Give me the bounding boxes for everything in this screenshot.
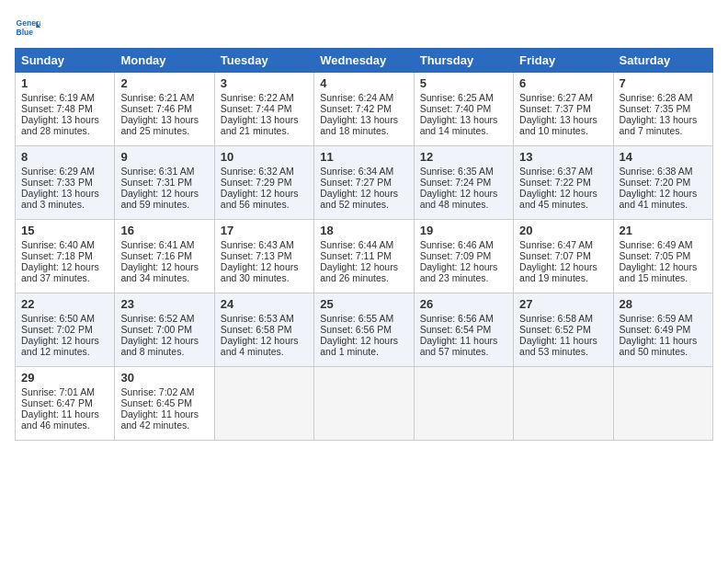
day-info: Sunrise: 6:58 AMSunset: 6:52 PMDaylight:… (519, 313, 597, 357)
calendar-cell: 15Sunrise: 6:40 AMSunset: 7:18 PMDayligh… (16, 220, 115, 293)
logo-icon: General Blue (15, 15, 40, 40)
calendar-cell: 12Sunrise: 6:35 AMSunset: 7:24 PMDayligh… (414, 146, 513, 220)
day-number: 9 (120, 150, 208, 164)
calendar-cell: 10Sunrise: 6:32 AMSunset: 7:29 PMDayligh… (214, 146, 313, 220)
day-number: 8 (21, 150, 108, 164)
calendar-cell: 8Sunrise: 6:29 AMSunset: 7:33 PMDaylight… (16, 146, 115, 220)
day-number: 23 (120, 297, 208, 311)
calendar-table: SundayMondayTuesdayWednesdayThursdayFrid… (15, 48, 713, 441)
day-info: Sunrise: 6:49 AMSunset: 7:05 PMDaylight:… (620, 239, 698, 283)
calendar-cell: 16Sunrise: 6:41 AMSunset: 7:16 PMDayligh… (115, 220, 214, 293)
calendar-cell: 24Sunrise: 6:53 AMSunset: 6:58 PMDayligh… (214, 293, 313, 367)
day-info: Sunrise: 6:41 AMSunset: 7:16 PMDaylight:… (120, 239, 199, 283)
calendar-cell: 2Sunrise: 6:21 AMSunset: 7:46 PMDaylight… (115, 73, 214, 146)
calendar-cell: 13Sunrise: 6:37 AMSunset: 7:22 PMDayligh… (514, 146, 613, 220)
calendar-week-row: 15Sunrise: 6:40 AMSunset: 7:18 PMDayligh… (16, 220, 713, 293)
day-info: Sunrise: 6:25 AMSunset: 7:40 PMDaylight:… (420, 92, 498, 136)
day-info: Sunrise: 6:32 AMSunset: 7:29 PMDaylight:… (221, 166, 299, 210)
calendar-cell: 6Sunrise: 6:27 AMSunset: 7:37 PMDaylight… (514, 73, 613, 146)
svg-text:Blue: Blue (17, 28, 34, 37)
day-info: Sunrise: 6:46 AMSunset: 7:09 PMDaylight:… (420, 239, 498, 283)
calendar-cell (613, 367, 712, 441)
calendar-cell (314, 367, 414, 441)
day-info: Sunrise: 6:34 AMSunset: 7:27 PMDaylight:… (320, 166, 398, 210)
weekday-header: Sunday (16, 49, 115, 73)
weekday-header: Tuesday (214, 49, 313, 73)
calendar-cell: 21Sunrise: 6:49 AMSunset: 7:05 PMDayligh… (613, 220, 712, 293)
day-info: Sunrise: 7:01 AMSunset: 6:47 PMDaylight:… (21, 386, 99, 431)
day-info: Sunrise: 6:55 AMSunset: 6:56 PMDaylight:… (320, 313, 398, 357)
day-number: 4 (320, 76, 407, 90)
day-number: 18 (320, 224, 407, 237)
day-number: 25 (320, 297, 407, 311)
calendar-cell: 20Sunrise: 6:47 AMSunset: 7:07 PMDayligh… (514, 220, 613, 293)
day-info: Sunrise: 6:52 AMSunset: 7:00 PMDaylight:… (120, 313, 199, 357)
calendar-cell: 9Sunrise: 6:31 AMSunset: 7:31 PMDaylight… (115, 146, 214, 220)
day-number: 7 (620, 76, 707, 90)
weekday-header: Wednesday (314, 49, 414, 73)
calendar-cell: 23Sunrise: 6:52 AMSunset: 7:00 PMDayligh… (115, 293, 214, 367)
calendar-cell: 1Sunrise: 6:19 AMSunset: 7:48 PMDaylight… (16, 73, 115, 146)
day-number: 1 (21, 76, 108, 90)
day-number: 12 (420, 150, 507, 164)
day-info: Sunrise: 6:43 AMSunset: 7:13 PMDaylight:… (221, 239, 299, 283)
day-number: 21 (620, 224, 707, 237)
day-info: Sunrise: 6:28 AMSunset: 7:35 PMDaylight:… (620, 92, 698, 136)
day-info: Sunrise: 6:35 AMSunset: 7:24 PMDaylight:… (420, 166, 498, 210)
day-info: Sunrise: 6:38 AMSunset: 7:20 PMDaylight:… (620, 166, 698, 210)
logo: General Blue (15, 15, 42, 40)
calendar-cell: 26Sunrise: 6:56 AMSunset: 6:54 PMDayligh… (414, 293, 513, 367)
calendar-week-row: 8Sunrise: 6:29 AMSunset: 7:33 PMDaylight… (16, 146, 713, 220)
day-number: 5 (420, 76, 507, 90)
calendar-cell: 22Sunrise: 6:50 AMSunset: 7:02 PMDayligh… (16, 293, 115, 367)
day-info: Sunrise: 6:44 AMSunset: 7:11 PMDaylight:… (320, 239, 398, 283)
day-number: 17 (221, 224, 308, 237)
calendar-cell: 27Sunrise: 6:58 AMSunset: 6:52 PMDayligh… (514, 293, 613, 367)
day-number: 10 (221, 150, 308, 164)
calendar-cell: 19Sunrise: 6:46 AMSunset: 7:09 PMDayligh… (414, 220, 513, 293)
day-info: Sunrise: 6:37 AMSunset: 7:22 PMDaylight:… (519, 166, 597, 210)
day-number: 2 (120, 76, 208, 90)
day-number: 26 (420, 297, 507, 311)
weekday-header: Saturday (613, 49, 712, 73)
day-info: Sunrise: 6:53 AMSunset: 6:58 PMDaylight:… (221, 313, 299, 357)
calendar-cell: 28Sunrise: 6:59 AMSunset: 6:49 PMDayligh… (613, 293, 712, 367)
calendar-cell (514, 367, 613, 441)
calendar-body: 1Sunrise: 6:19 AMSunset: 7:48 PMDaylight… (16, 73, 713, 441)
day-number: 20 (519, 224, 607, 237)
day-info: Sunrise: 7:02 AMSunset: 6:45 PMDaylight:… (120, 386, 199, 431)
calendar-cell: 3Sunrise: 6:22 AMSunset: 7:44 PMDaylight… (214, 73, 313, 146)
calendar-week-row: 29Sunrise: 7:01 AMSunset: 6:47 PMDayligh… (16, 367, 713, 441)
day-info: Sunrise: 6:40 AMSunset: 7:18 PMDaylight:… (21, 239, 99, 283)
calendar-cell: 29Sunrise: 7:01 AMSunset: 6:47 PMDayligh… (16, 367, 115, 441)
calendar-cell: 25Sunrise: 6:55 AMSunset: 6:56 PMDayligh… (314, 293, 414, 367)
calendar-cell (414, 367, 513, 441)
calendar-cell: 17Sunrise: 6:43 AMSunset: 7:13 PMDayligh… (214, 220, 313, 293)
day-number: 27 (519, 297, 607, 311)
calendar-cell: 18Sunrise: 6:44 AMSunset: 7:11 PMDayligh… (314, 220, 414, 293)
day-number: 24 (221, 297, 308, 311)
day-number: 22 (21, 297, 108, 311)
day-info: Sunrise: 6:29 AMSunset: 7:33 PMDaylight:… (21, 166, 99, 210)
day-info: Sunrise: 6:19 AMSunset: 7:48 PMDaylight:… (21, 92, 99, 136)
day-info: Sunrise: 6:21 AMSunset: 7:46 PMDaylight:… (120, 92, 199, 136)
weekday-header: Thursday (414, 49, 513, 73)
page-header: General Blue (15, 15, 713, 40)
weekday-header: Monday (115, 49, 214, 73)
day-info: Sunrise: 6:22 AMSunset: 7:44 PMDaylight:… (221, 92, 299, 136)
day-number: 13 (519, 150, 607, 164)
calendar-cell: 30Sunrise: 7:02 AMSunset: 6:45 PMDayligh… (115, 367, 214, 441)
day-info: Sunrise: 6:56 AMSunset: 6:54 PMDaylight:… (420, 313, 498, 357)
day-number: 29 (21, 371, 108, 385)
weekday-header: Friday (514, 49, 613, 73)
calendar-week-row: 1Sunrise: 6:19 AMSunset: 7:48 PMDaylight… (16, 73, 713, 146)
calendar-cell: 14Sunrise: 6:38 AMSunset: 7:20 PMDayligh… (613, 146, 712, 220)
calendar-cell: 11Sunrise: 6:34 AMSunset: 7:27 PMDayligh… (314, 146, 414, 220)
day-number: 3 (221, 76, 308, 90)
day-number: 30 (120, 371, 208, 385)
calendar-cell: 7Sunrise: 6:28 AMSunset: 7:35 PMDaylight… (613, 73, 712, 146)
day-number: 28 (620, 297, 707, 311)
calendar-week-row: 22Sunrise: 6:50 AMSunset: 7:02 PMDayligh… (16, 293, 713, 367)
day-info: Sunrise: 6:24 AMSunset: 7:42 PMDaylight:… (320, 92, 398, 136)
calendar-cell (214, 367, 313, 441)
